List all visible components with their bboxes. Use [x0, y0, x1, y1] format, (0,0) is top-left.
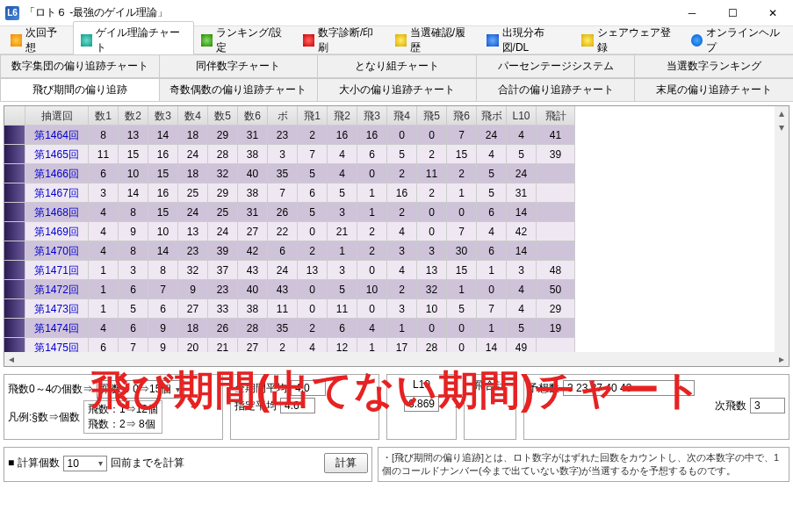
flycount-select[interactable]: 飛数：0⇒15個▾: [97, 380, 184, 399]
data-cell: 4: [89, 319, 119, 338]
data-cell: 5: [328, 183, 357, 203]
tab[interactable]: 同伴数字チャート: [159, 54, 319, 77]
data-cell: [537, 222, 575, 241]
tab[interactable]: 合計の偏り追跡チャート: [476, 78, 636, 101]
table-row[interactable]: 第1464回81314182931232161600724441: [4, 126, 789, 145]
data-cell: 10: [417, 299, 447, 319]
tab[interactable]: 当選数字ランキング: [634, 54, 793, 77]
col-header[interactable]: 飛6: [447, 106, 477, 126]
data-cell: 0: [417, 222, 447, 241]
col-header[interactable]: L10: [507, 106, 537, 126]
col-header[interactable]: ボ: [268, 106, 298, 126]
data-cell: 29: [537, 299, 575, 319]
data-cell: 1: [89, 261, 119, 280]
data-cell: 1: [328, 241, 357, 261]
jikai-value: 3: [750, 398, 785, 413]
data-cell: 7: [447, 126, 477, 145]
data-cell: 6: [328, 319, 357, 338]
data-cell: 4: [507, 280, 537, 299]
tab[interactable]: 大小の偏り追跡チャート: [317, 78, 477, 101]
toolbtn-win[interactable]: 当選確認/履歴: [388, 22, 480, 59]
data-cell: 5: [387, 145, 417, 164]
tab[interactable]: となり組チャート: [317, 54, 477, 77]
col-header[interactable]: 数1: [89, 106, 119, 126]
data-cell: 6: [119, 280, 148, 299]
col-header[interactable]: 抽選回: [25, 106, 89, 126]
col-header[interactable]: 数5: [208, 106, 238, 126]
table-row[interactable]: 第1467回3141625293876511621531: [4, 183, 789, 203]
data-cell: 3: [328, 261, 357, 280]
tabs-lower: 飛び期間の偏り追跡奇数偶数の偏り追跡チャート大小の偏り追跡チャート合計の偏り追跡…: [0, 78, 793, 102]
toolbtn-share[interactable]: シェアウェア登録: [574, 22, 683, 59]
data-grid: 抽選回数1数2数3数4数5数6ボ飛1飛2飛3飛4飛5飛6飛ボL10飛計 第146…: [4, 105, 789, 367]
toolbtn-diag[interactable]: 数字診断/印刷: [296, 22, 388, 59]
col-header[interactable]: 飛2: [328, 106, 357, 126]
table-row[interactable]: 第1473回15627333811011031057429: [4, 299, 789, 319]
table-row[interactable]: 第1474回469182628352641001519: [4, 319, 789, 338]
col-header[interactable]: 飛4: [387, 106, 417, 126]
table-row[interactable]: 第1465回111516242838374652154539: [4, 145, 789, 164]
toolbtn-forecast[interactable]: 次回予想: [4, 22, 73, 59]
scroll-right-icon[interactable]: ▸: [775, 352, 789, 366]
data-cell: 27: [238, 222, 268, 241]
data-cell: 15: [119, 145, 148, 164]
col-header[interactable]: 飛3: [357, 106, 387, 126]
data-cell: 0: [447, 319, 477, 338]
tab[interactable]: 末尾の偏り追跡チャート: [634, 78, 793, 101]
kai-cell: 第1465回: [25, 145, 89, 164]
col-header[interactable]: 数2: [119, 106, 148, 126]
tab[interactable]: 飛び期間の偏り追跡: [0, 78, 160, 101]
col-header[interactable]: 飛計: [537, 106, 575, 126]
calc-button[interactable]: 計算: [324, 453, 368, 473]
toolbtn-dist[interactable]: 出現分布図/DL: [479, 22, 574, 59]
data-cell: 1: [387, 319, 417, 338]
tab[interactable]: 奇数偶数の偏り追跡チャート: [159, 78, 319, 101]
toolbar-icon: [81, 34, 92, 47]
scrollbar-vertical[interactable]: ▴ ▾: [775, 106, 789, 352]
toolbar-icon: [395, 34, 407, 47]
data-cell: 1: [357, 183, 387, 203]
l10-value: 6.869: [404, 396, 439, 412]
window-title: 「ロト６ -最強のゲイル理論」: [25, 5, 672, 20]
toolbtn-ranking[interactable]: ランキング/設定: [194, 22, 296, 59]
col-header[interactable]: 飛ボ: [477, 106, 507, 126]
scroll-left-icon[interactable]: ◂: [4, 352, 18, 366]
scroll-down-icon[interactable]: ▾: [775, 120, 789, 134]
col-header[interactable]: 飛1: [298, 106, 328, 126]
data-cell: 1: [357, 203, 387, 222]
col-header[interactable]: 飛5: [417, 106, 447, 126]
table-row[interactable]: 第1472回1679234043051023210450: [4, 280, 789, 299]
table-row[interactable]: 第1468回481524253126531200614: [4, 203, 789, 222]
data-cell: 5: [507, 145, 537, 164]
tab[interactable]: パーセンテージシステム: [476, 54, 636, 77]
toolbtn-gail[interactable]: ゲイル理論チャート: [73, 21, 194, 60]
scroll-up-icon[interactable]: ▴: [775, 106, 789, 120]
col-header[interactable]: 数3: [148, 106, 178, 126]
data-cell: 31: [507, 183, 537, 203]
panel-tobigoukei: 飛合計: [464, 374, 516, 440]
data-cell: 5: [298, 203, 328, 222]
toolbtn-help[interactable]: オンラインヘルプ: [684, 22, 793, 59]
col-header[interactable]: 数6: [238, 106, 268, 126]
table-row[interactable]: 第1469回4910132427220212407442: [4, 222, 789, 241]
calc-count-select[interactable]: 10▾: [63, 456, 107, 471]
data-cell: 15: [148, 203, 178, 222]
data-cell: 14: [507, 203, 537, 222]
col-header[interactable]: 数4: [178, 106, 208, 126]
note-box: ・[飛び期間の偏り追跡]とは、ロト数字がはずれた回数をカウントし、次の本数字の中…: [378, 447, 789, 482]
data-cell: 4: [387, 261, 417, 280]
table-row[interactable]: 第1466回61015183240355402112524: [4, 164, 789, 183]
data-cell: 30: [447, 241, 477, 261]
data-cell: 38: [238, 183, 268, 203]
data-cell: 2: [357, 222, 387, 241]
data-cell: 28: [238, 319, 268, 338]
toolbar-icon: [691, 34, 703, 47]
data-cell: 0: [357, 164, 387, 183]
table-row[interactable]: 第1470回481423394262123330614: [4, 241, 789, 261]
kai-cell: 第1466回: [25, 164, 89, 183]
tab[interactable]: 数字集団の偏り追跡チャート: [0, 54, 160, 77]
data-cell: [537, 164, 575, 183]
data-cell: [537, 183, 575, 203]
table-row[interactable]: 第1471回138323743241330413151348: [4, 261, 789, 280]
scrollbar-horizontal[interactable]: ◂ ▸: [4, 352, 789, 366]
